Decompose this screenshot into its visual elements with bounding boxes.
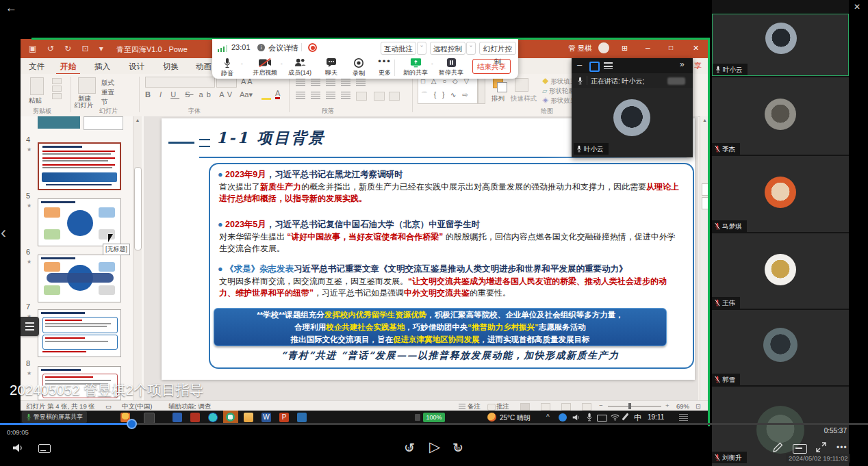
tab-transitions[interactable]: 切换	[159, 60, 183, 73]
participant-tile[interactable]: 马梦琪	[712, 156, 849, 232]
align-text-icon[interactable]	[389, 92, 400, 101]
tab-design[interactable]: 设计	[125, 60, 149, 73]
ime-indicator[interactable]: 中	[634, 413, 641, 423]
quick-styles-icon[interactable]	[515, 78, 528, 92]
text-direction-icon[interactable]	[374, 92, 385, 101]
rewind-10-button[interactable]: ↺10	[404, 440, 415, 456]
progress-track[interactable]	[0, 423, 868, 425]
more-options-button[interactable]: •••	[837, 443, 847, 452]
word-app-icon[interactable]: W	[261, 413, 271, 422]
weather-icon[interactable]	[487, 413, 496, 422]
reset-button[interactable]: 重置	[101, 88, 114, 97]
edge-browser-icon[interactable]	[208, 413, 218, 422]
remote-control-dropdown[interactable]: ˇ	[466, 42, 476, 55]
camera-dropdown[interactable]: ˇ	[281, 62, 283, 68]
arrange-button[interactable]: 排列	[492, 94, 505, 103]
format-painter-icon[interactable]	[52, 93, 62, 99]
ribbon-display-icon[interactable]: ⊞	[622, 44, 628, 53]
mute-button[interactable]: 静音	[212, 57, 242, 78]
shapes-scroll-buttons[interactable]	[478, 77, 485, 104]
quick-access-toolbar[interactable]: ▣ ↺ ↻ ⊡ ▾	[29, 44, 107, 53]
end-share-button[interactable]: 结束共享	[472, 59, 511, 74]
panel-expand-icon[interactable]: »	[680, 60, 685, 69]
forward-30-button[interactable]: ↻30	[452, 440, 463, 456]
wifi-icon[interactable]	[611, 413, 620, 421]
subtitle-button[interactable]	[38, 444, 51, 453]
fullscreen-button[interactable]	[816, 442, 826, 452]
reading-view-icon[interactable]	[561, 403, 571, 411]
taskbar-app-icon[interactable]	[297, 413, 307, 422]
normal-view-icon[interactable]	[520, 403, 530, 411]
align-right-icon[interactable]	[326, 92, 335, 99]
participant-tile[interactable]: 郭雪	[712, 310, 849, 385]
panel-video-area[interactable]: 叶小云	[572, 88, 693, 157]
back-button[interactable]: ←	[5, 1, 17, 15]
tray-expand-caret[interactable]: ^	[546, 413, 550, 421]
thumbnail-slide6[interactable]	[38, 255, 121, 302]
account-avatar[interactable]	[598, 42, 609, 53]
weather-status[interactable]: 25°C 晴朗	[500, 413, 531, 423]
thumbnail-slide3-partial[interactable]	[38, 116, 80, 129]
mute-dropdown[interactable]: ˇ	[241, 62, 243, 68]
volume-button[interactable]	[12, 443, 25, 453]
zoom-slider-track[interactable]	[608, 406, 661, 407]
notification-center-icon[interactable]	[679, 414, 688, 421]
taskbar-app-icon[interactable]	[173, 413, 182, 422]
members-button[interactable]: 成员(14)	[283, 57, 316, 77]
columns-icon[interactable]	[356, 92, 367, 101]
copy-icon[interactable]	[52, 86, 62, 92]
participant-tile[interactable]: 季杰	[712, 77, 849, 155]
video-editor-app-icon[interactable]	[144, 413, 155, 424]
participant-tile-speaking[interactable]: 叶小云	[712, 14, 849, 76]
paste-button[interactable]: 粘贴	[29, 96, 42, 105]
paste-icon[interactable]	[30, 77, 44, 95]
ppt-restore-button[interactable]: □	[669, 44, 673, 51]
fit-to-window-icon[interactable]: ⊡	[695, 402, 701, 410]
zoom-level[interactable]: 69%	[676, 402, 689, 410]
font-name-input[interactable]	[145, 77, 215, 88]
annotation-dropdown[interactable]: ˇ	[417, 42, 426, 55]
slide-canvas[interactable]: 1-1 项目背景 ● 2023年9月，习近平总书记在黑龙江考察调研时 首次提出了…	[162, 118, 695, 380]
cut-icon[interactable]	[52, 78, 62, 84]
new-slide-button-2[interactable]: 幻灯片	[74, 101, 94, 110]
numbering-icon[interactable]	[311, 79, 320, 86]
meeting-detail-link[interactable]: 会议详情	[268, 43, 298, 53]
font-style-buttons[interactable]: B I U S ab AV	[145, 90, 235, 99]
line-spacing-icon[interactable]	[356, 79, 366, 86]
player-prev-chevron[interactable]: ‹	[1, 223, 6, 242]
thumbnail-slide3-partial-2[interactable]	[84, 116, 123, 130]
remote-control-button[interactable]: 远程控制	[430, 42, 465, 55]
ocr-frame-button[interactable]	[793, 444, 807, 454]
slide-sorter-view-icon[interactable]	[541, 403, 550, 411]
file-explorer-icon[interactable]	[244, 413, 253, 422]
thumbnail-scrollbar[interactable]: ▲	[133, 116, 142, 400]
taskbar-app-icon[interactable]	[190, 413, 200, 422]
panel-layout-icon[interactable]	[589, 62, 600, 72]
justify-icon[interactable]	[341, 92, 350, 99]
meeting-app-icon-active[interactable]	[223, 411, 238, 424]
shapes-gallery-row2[interactable]: ⌒ { } ∿ ⇨	[421, 90, 470, 100]
new-share-button[interactable]: 新的共享	[400, 57, 431, 77]
highlight-color-icon[interactable]	[261, 90, 271, 100]
share-dropdown[interactable]: ˇ	[431, 62, 433, 68]
thumbnail-slide4-selected[interactable]	[38, 142, 121, 190]
tab-file[interactable]: 文件	[25, 60, 49, 73]
slide-control-button[interactable]: 幻灯片控制	[479, 42, 516, 55]
panel-list-icon[interactable]	[604, 62, 613, 69]
ppt-close-button[interactable]: ✕	[693, 44, 699, 53]
slideshow-view-icon[interactable]	[582, 403, 591, 411]
section-button[interactable]: 节	[101, 98, 108, 107]
chat-button[interactable]: 聊天	[316, 57, 346, 77]
indent-increase-icon[interactable]	[341, 79, 350, 86]
device-tray-icon[interactable]	[597, 415, 607, 422]
display-settings-icon[interactable]: ▭	[105, 402, 112, 410]
more-button[interactable]: ••• 更多	[370, 57, 400, 77]
progress-handle[interactable]	[127, 419, 137, 429]
volume-tray-icon[interactable]	[572, 413, 581, 422]
edit-pencil-button[interactable]	[772, 442, 783, 453]
taskbar-clock[interactable]: 19:11	[648, 413, 664, 421]
align-center-icon[interactable]	[311, 92, 320, 99]
quick-styles-button[interactable]: 快速样式	[511, 94, 537, 103]
font-color-icon[interactable]: A	[275, 89, 280, 99]
annotation-toolbar-handle[interactable]	[21, 317, 39, 336]
